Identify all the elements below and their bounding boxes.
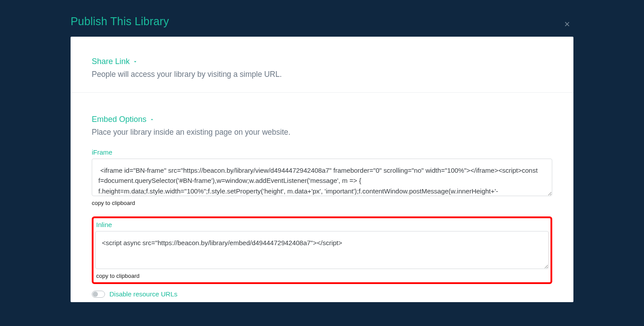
chevron-up-icon	[149, 117, 155, 122]
toggle-knob	[93, 292, 98, 297]
chevron-down-icon	[132, 59, 138, 64]
share-link-description: People will access your library by visit…	[92, 70, 552, 79]
disable-urls-label: Disable resource URLs	[109, 290, 177, 298]
embed-options-description: Place your library inside an existing pa…	[92, 128, 552, 137]
share-link-section: Share Link People will access your libra…	[71, 37, 573, 93]
embed-options-title: Embed Options	[92, 115, 146, 124]
disable-urls-toggle[interactable]	[92, 291, 105, 298]
inline-highlight-box: Inline copy to clipboard	[92, 216, 552, 284]
iframe-copy-button[interactable]: copy to clipboard	[92, 200, 135, 206]
iframe-field-group: iFrame copy to clipboard	[92, 148, 552, 207]
modal-title: Publish This Library	[71, 0, 573, 37]
disable-urls-row: Disable resource URLs	[92, 290, 552, 298]
iframe-label: iFrame	[92, 148, 552, 156]
inline-code-textarea[interactable]	[95, 231, 549, 269]
close-button[interactable]: ×	[564, 19, 570, 29]
iframe-code-textarea[interactable]	[92, 159, 552, 196]
embed-options-section: Embed Options Place your library inside …	[71, 93, 573, 302]
embed-options-header[interactable]: Embed Options	[92, 115, 552, 124]
publish-modal: Publish This Library Share Link People w…	[71, 0, 573, 302]
modal-body: Share Link People will access your libra…	[71, 37, 573, 302]
inline-label: Inline	[95, 221, 549, 228]
share-link-header[interactable]: Share Link	[92, 57, 552, 66]
share-link-title: Share Link	[92, 57, 130, 66]
inline-copy-button[interactable]: copy to clipboard	[95, 273, 139, 279]
